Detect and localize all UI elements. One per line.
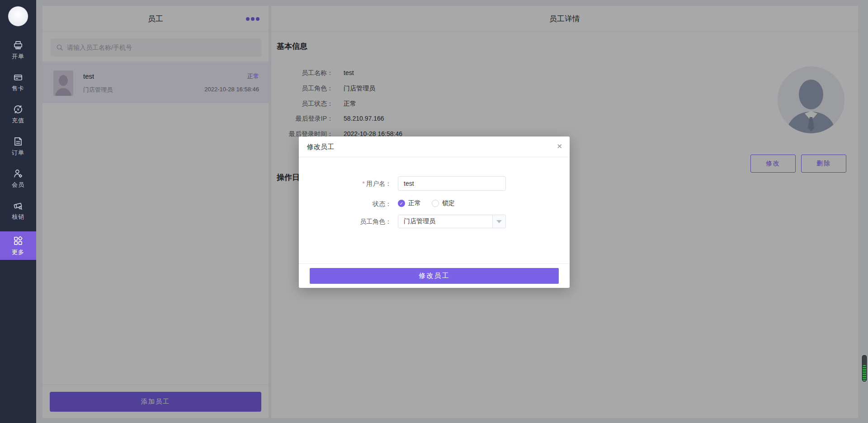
bill-icon [13,40,24,51]
sidebar-item-label: 会员 [0,181,36,189]
submit-edit-employee-button[interactable]: 修改员工 [310,268,559,284]
required-mark: * [363,180,365,187]
role-select[interactable]: 门店管理员 [398,215,493,228]
sidebar-item-label: 充值 [0,117,36,125]
verify-icon [13,200,24,211]
username-input[interactable] [398,176,506,191]
status-radio-group: ✓ 正常 锁定 [398,199,466,207]
sidebar-item-recharge[interactable]: ¥ 充值 [0,104,36,133]
sidebar-item-label: 更多 [0,248,36,256]
sidebar-item-more[interactable]: 更多 [0,231,36,260]
username-label: *用户名： [299,180,392,188]
recharge-icon: ¥ [13,104,24,115]
card-icon [13,72,24,83]
sidebar-item-member[interactable]: 会员 [0,168,36,197]
radio-locked-label[interactable]: 锁定 [442,199,455,207]
sidebar-item-verify[interactable]: 核销 [0,200,36,229]
radio-normal-label[interactable]: 正常 [408,199,421,207]
modal-footer-divider [299,263,570,264]
sidebar-item-label: 核销 [0,213,36,221]
avatar[interactable] [8,6,28,26]
sidebar-item-order[interactable]: 订单 [0,136,36,165]
more-grid-icon [13,235,24,246]
sidebar-item-bill[interactable]: 开单 [0,40,36,69]
radio-locked[interactable] [432,200,439,207]
close-icon[interactable]: ✕ [557,142,562,151]
sidebar-item-card[interactable]: 售卡 [0,72,36,101]
sidebar-item-label: 开单 [0,52,36,61]
recording-level-bars [863,365,866,381]
status-label: 状态： [299,200,392,208]
order-icon [13,136,24,147]
svg-text:¥: ¥ [16,107,19,112]
recording-level-indicator[interactable] [861,354,868,382]
sidebar-item-label: 售卡 [0,85,36,93]
sidebar-item-label: 订单 [0,149,36,157]
modal-title: 修改员工 [307,143,334,151]
modal-header: 修改员工 ✕ [299,136,570,157]
role-label: 员工角色： [299,218,392,226]
member-icon [13,168,24,179]
chevron-down-icon [496,220,502,223]
sidebar: 开单 售卡 ¥ 充值 订单 会员 核销 [0,0,36,423]
radio-normal[interactable]: ✓ [398,200,405,207]
edit-employee-modal: 修改员工 ✕ *用户名： 状态： ✓ 正常 锁定 员工角色： 门店管理员 修改员… [299,136,570,288]
role-select-arrow[interactable] [493,215,506,228]
